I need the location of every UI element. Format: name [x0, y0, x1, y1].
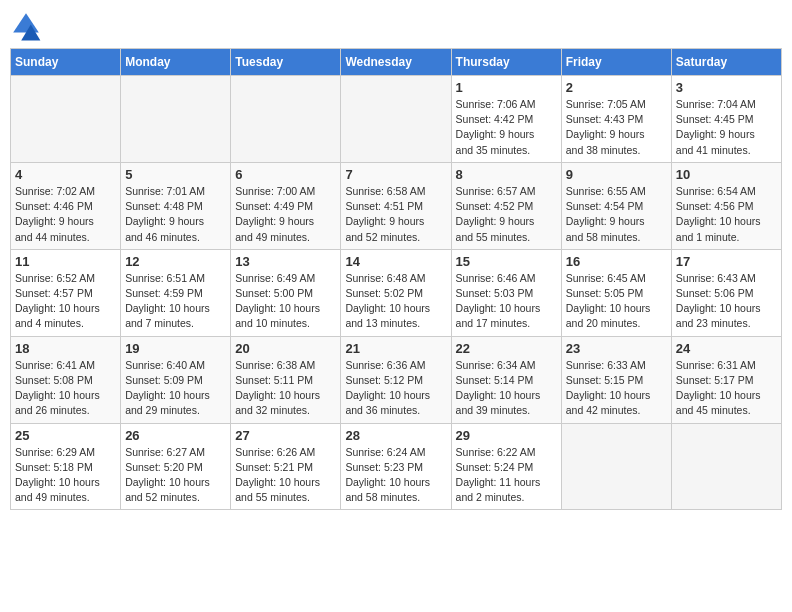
- day-info: Sunrise: 7:00 AM Sunset: 4:49 PM Dayligh…: [235, 184, 336, 245]
- day-number: 23: [566, 341, 667, 356]
- day-cell: 6Sunrise: 7:00 AM Sunset: 4:49 PM Daylig…: [231, 162, 341, 249]
- header-tuesday: Tuesday: [231, 49, 341, 76]
- day-info: Sunrise: 6:48 AM Sunset: 5:02 PM Dayligh…: [345, 271, 446, 332]
- week-row-1: 1Sunrise: 7:06 AM Sunset: 4:42 PM Daylig…: [11, 76, 782, 163]
- day-info: Sunrise: 6:52 AM Sunset: 4:57 PM Dayligh…: [15, 271, 116, 332]
- day-number: 2: [566, 80, 667, 95]
- day-cell: 29Sunrise: 6:22 AM Sunset: 5:24 PM Dayli…: [451, 423, 561, 510]
- day-info: Sunrise: 7:05 AM Sunset: 4:43 PM Dayligh…: [566, 97, 667, 158]
- day-cell: 23Sunrise: 6:33 AM Sunset: 5:15 PM Dayli…: [561, 336, 671, 423]
- day-cell: 20Sunrise: 6:38 AM Sunset: 5:11 PM Dayli…: [231, 336, 341, 423]
- day-number: 25: [15, 428, 116, 443]
- day-number: 7: [345, 167, 446, 182]
- day-cell: [561, 423, 671, 510]
- day-cell: [671, 423, 781, 510]
- day-cell: 10Sunrise: 6:54 AM Sunset: 4:56 PM Dayli…: [671, 162, 781, 249]
- week-row-4: 18Sunrise: 6:41 AM Sunset: 5:08 PM Dayli…: [11, 336, 782, 423]
- day-number: 11: [15, 254, 116, 269]
- day-info: Sunrise: 6:55 AM Sunset: 4:54 PM Dayligh…: [566, 184, 667, 245]
- day-info: Sunrise: 6:34 AM Sunset: 5:14 PM Dayligh…: [456, 358, 557, 419]
- day-info: Sunrise: 6:38 AM Sunset: 5:11 PM Dayligh…: [235, 358, 336, 419]
- day-cell: 18Sunrise: 6:41 AM Sunset: 5:08 PM Dayli…: [11, 336, 121, 423]
- day-number: 19: [125, 341, 226, 356]
- day-number: 29: [456, 428, 557, 443]
- day-info: Sunrise: 6:29 AM Sunset: 5:18 PM Dayligh…: [15, 445, 116, 506]
- day-info: Sunrise: 6:45 AM Sunset: 5:05 PM Dayligh…: [566, 271, 667, 332]
- day-number: 12: [125, 254, 226, 269]
- day-cell: 11Sunrise: 6:52 AM Sunset: 4:57 PM Dayli…: [11, 249, 121, 336]
- day-cell: 27Sunrise: 6:26 AM Sunset: 5:21 PM Dayli…: [231, 423, 341, 510]
- day-cell: 19Sunrise: 6:40 AM Sunset: 5:09 PM Dayli…: [121, 336, 231, 423]
- day-info: Sunrise: 6:54 AM Sunset: 4:56 PM Dayligh…: [676, 184, 777, 245]
- day-number: 20: [235, 341, 336, 356]
- day-info: Sunrise: 6:46 AM Sunset: 5:03 PM Dayligh…: [456, 271, 557, 332]
- header-wednesday: Wednesday: [341, 49, 451, 76]
- header-saturday: Saturday: [671, 49, 781, 76]
- day-info: Sunrise: 6:58 AM Sunset: 4:51 PM Dayligh…: [345, 184, 446, 245]
- day-info: Sunrise: 7:04 AM Sunset: 4:45 PM Dayligh…: [676, 97, 777, 158]
- day-number: 15: [456, 254, 557, 269]
- day-cell: 9Sunrise: 6:55 AM Sunset: 4:54 PM Daylig…: [561, 162, 671, 249]
- day-info: Sunrise: 6:41 AM Sunset: 5:08 PM Dayligh…: [15, 358, 116, 419]
- day-info: Sunrise: 6:36 AM Sunset: 5:12 PM Dayligh…: [345, 358, 446, 419]
- day-number: 4: [15, 167, 116, 182]
- day-cell: 14Sunrise: 6:48 AM Sunset: 5:02 PM Dayli…: [341, 249, 451, 336]
- calendar-table: SundayMondayTuesdayWednesdayThursdayFrid…: [10, 48, 782, 510]
- day-number: 3: [676, 80, 777, 95]
- header-monday: Monday: [121, 49, 231, 76]
- day-number: 28: [345, 428, 446, 443]
- day-cell: 28Sunrise: 6:24 AM Sunset: 5:23 PM Dayli…: [341, 423, 451, 510]
- day-info: Sunrise: 6:26 AM Sunset: 5:21 PM Dayligh…: [235, 445, 336, 506]
- day-cell: 7Sunrise: 6:58 AM Sunset: 4:51 PM Daylig…: [341, 162, 451, 249]
- day-cell: 25Sunrise: 6:29 AM Sunset: 5:18 PM Dayli…: [11, 423, 121, 510]
- day-info: Sunrise: 6:24 AM Sunset: 5:23 PM Dayligh…: [345, 445, 446, 506]
- day-cell: 12Sunrise: 6:51 AM Sunset: 4:59 PM Dayli…: [121, 249, 231, 336]
- page-header: [10, 10, 782, 42]
- day-number: 16: [566, 254, 667, 269]
- header-sunday: Sunday: [11, 49, 121, 76]
- day-info: Sunrise: 6:49 AM Sunset: 5:00 PM Dayligh…: [235, 271, 336, 332]
- logo: [10, 10, 46, 42]
- day-number: 21: [345, 341, 446, 356]
- day-info: Sunrise: 6:31 AM Sunset: 5:17 PM Dayligh…: [676, 358, 777, 419]
- day-info: Sunrise: 6:51 AM Sunset: 4:59 PM Dayligh…: [125, 271, 226, 332]
- header-friday: Friday: [561, 49, 671, 76]
- day-info: Sunrise: 6:33 AM Sunset: 5:15 PM Dayligh…: [566, 358, 667, 419]
- day-cell: 5Sunrise: 7:01 AM Sunset: 4:48 PM Daylig…: [121, 162, 231, 249]
- day-cell: 15Sunrise: 6:46 AM Sunset: 5:03 PM Dayli…: [451, 249, 561, 336]
- days-header-row: SundayMondayTuesdayWednesdayThursdayFrid…: [11, 49, 782, 76]
- day-info: Sunrise: 7:02 AM Sunset: 4:46 PM Dayligh…: [15, 184, 116, 245]
- day-number: 14: [345, 254, 446, 269]
- day-info: Sunrise: 6:22 AM Sunset: 5:24 PM Dayligh…: [456, 445, 557, 506]
- day-cell: 3Sunrise: 7:04 AM Sunset: 4:45 PM Daylig…: [671, 76, 781, 163]
- day-number: 17: [676, 254, 777, 269]
- day-cell: 21Sunrise: 6:36 AM Sunset: 5:12 PM Dayli…: [341, 336, 451, 423]
- header-thursday: Thursday: [451, 49, 561, 76]
- day-number: 22: [456, 341, 557, 356]
- day-info: Sunrise: 6:27 AM Sunset: 5:20 PM Dayligh…: [125, 445, 226, 506]
- day-number: 10: [676, 167, 777, 182]
- day-cell: 16Sunrise: 6:45 AM Sunset: 5:05 PM Dayli…: [561, 249, 671, 336]
- day-info: Sunrise: 6:43 AM Sunset: 5:06 PM Dayligh…: [676, 271, 777, 332]
- day-cell: 8Sunrise: 6:57 AM Sunset: 4:52 PM Daylig…: [451, 162, 561, 249]
- day-info: Sunrise: 6:57 AM Sunset: 4:52 PM Dayligh…: [456, 184, 557, 245]
- day-number: 18: [15, 341, 116, 356]
- week-row-3: 11Sunrise: 6:52 AM Sunset: 4:57 PM Dayli…: [11, 249, 782, 336]
- day-info: Sunrise: 7:01 AM Sunset: 4:48 PM Dayligh…: [125, 184, 226, 245]
- day-cell: 22Sunrise: 6:34 AM Sunset: 5:14 PM Dayli…: [451, 336, 561, 423]
- day-cell: [11, 76, 121, 163]
- day-number: 13: [235, 254, 336, 269]
- week-row-2: 4Sunrise: 7:02 AM Sunset: 4:46 PM Daylig…: [11, 162, 782, 249]
- day-cell: 26Sunrise: 6:27 AM Sunset: 5:20 PM Dayli…: [121, 423, 231, 510]
- day-cell: [341, 76, 451, 163]
- day-number: 8: [456, 167, 557, 182]
- day-cell: 4Sunrise: 7:02 AM Sunset: 4:46 PM Daylig…: [11, 162, 121, 249]
- day-cell: [231, 76, 341, 163]
- day-number: 6: [235, 167, 336, 182]
- day-number: 27: [235, 428, 336, 443]
- day-number: 26: [125, 428, 226, 443]
- svg-marker-0: [13, 13, 39, 32]
- day-number: 24: [676, 341, 777, 356]
- day-number: 5: [125, 167, 226, 182]
- day-cell: 2Sunrise: 7:05 AM Sunset: 4:43 PM Daylig…: [561, 76, 671, 163]
